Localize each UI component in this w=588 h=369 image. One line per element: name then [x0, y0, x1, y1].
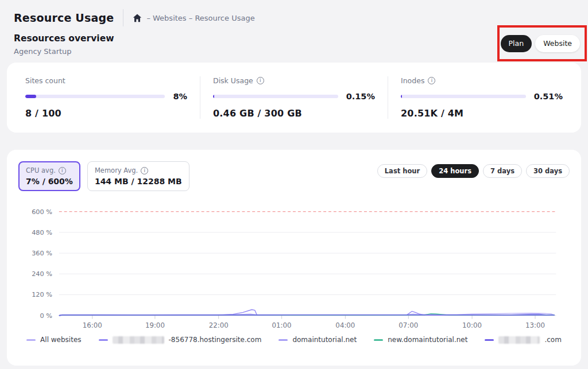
legend-color-dash — [99, 339, 108, 341]
header-divider — [123, 9, 123, 26]
legend-item[interactable]: new.domaintutorial.net — [374, 336, 467, 344]
legend-item[interactable]: domaintutorial.net — [278, 336, 357, 344]
usage-stats-card: Sites count 8% 8 / 100 Disk Usage i 0.15… — [7, 63, 581, 133]
stat-value: 20.51K / 4M — [401, 108, 563, 119]
range-7-days-button[interactable]: 7 days — [483, 164, 522, 178]
redacted-text-blur — [113, 336, 164, 344]
plan-name: Agency Startup — [14, 47, 114, 56]
stat-label-text: Inodes — [401, 76, 424, 85]
stat-value: 0.46 GB / 300 GB — [213, 108, 375, 119]
legend-label: new.domaintutorial.net — [388, 336, 467, 344]
chart-header: CPU avg. i 7% / 600% Memory Avg. i 144 M… — [18, 161, 570, 191]
overview-row: Resources overview Agency Startup — [14, 33, 574, 56]
svg-text:0 %: 0 % — [40, 312, 53, 320]
metric-label-text: CPU avg. — [26, 166, 56, 174]
overview-titles: Resources overview Agency Startup — [14, 33, 114, 56]
progress-row: 8% — [25, 92, 187, 101]
svg-text:480 %: 480 % — [32, 229, 52, 236]
progress-track — [213, 95, 338, 98]
stat-disk-usage: Disk Usage i 0.15% 0.46 GB / 300 GB — [200, 76, 388, 119]
svg-text:01:00: 01:00 — [272, 321, 292, 329]
cpu-usage-line-chart[interactable]: 0 %120 %240 %360 %480 %600 %16:0019:0022… — [18, 204, 570, 332]
legend-label: All websites — [40, 336, 81, 344]
progress-percent: 8% — [173, 92, 187, 101]
page-title: Resource Usage — [14, 11, 114, 24]
metric-label-text: Memory Avg. — [95, 166, 138, 174]
chart-legend: All websites-856778.hostingersite.comdom… — [18, 336, 570, 344]
info-icon[interactable]: i — [428, 77, 435, 84]
svg-text:240 %: 240 % — [32, 270, 52, 278]
stat-label-text: Disk Usage — [213, 76, 253, 85]
stat-value: 8 / 100 — [25, 108, 187, 119]
progress-percent: 0.15% — [346, 92, 375, 101]
section-title: Resources overview — [14, 33, 114, 44]
usage-chart-card: CPU avg. i 7% / 600% Memory Avg. i 144 M… — [7, 150, 581, 366]
legend-color-dash — [26, 339, 36, 341]
svg-text:120 %: 120 % — [32, 291, 52, 298]
scope-toggle: Plan Website — [501, 35, 580, 52]
progress-row: 0.15% — [213, 92, 375, 101]
progress-track — [401, 95, 526, 98]
svg-text:22:00: 22:00 — [209, 321, 229, 329]
resource-usage-page: Resource Usage – Websites – Resource Usa… — [0, 0, 588, 369]
range-30-days-button[interactable]: 30 days — [526, 164, 570, 178]
progress-fill — [401, 95, 402, 98]
stat-inodes: Inodes i 0.51% 20.51K / 4M — [388, 76, 575, 119]
legend-item[interactable]: All websites — [26, 336, 81, 344]
metric-label: CPU avg. i — [26, 166, 73, 174]
svg-text:19:00: 19:00 — [145, 321, 165, 329]
legend-label: -856778.hostingersite.com — [169, 336, 262, 344]
metric-tabs: CPU avg. i 7% / 600% Memory Avg. i 144 M… — [18, 161, 189, 191]
info-icon[interactable]: i — [257, 77, 264, 84]
stat-label: Sites count — [25, 76, 187, 85]
tab-memory-avg[interactable]: Memory Avg. i 144 MB / 12288 MB — [87, 161, 189, 191]
toggle-plan-button[interactable]: Plan — [501, 35, 532, 52]
legend-color-dash — [374, 339, 383, 341]
range-last-hour-button[interactable]: Last hour — [377, 164, 427, 178]
svg-text:13:00: 13:00 — [525, 321, 545, 329]
legend-color-dash — [485, 339, 494, 341]
red-highlight-annotation: Plan Website — [497, 25, 587, 61]
svg-text:10:00: 10:00 — [462, 321, 482, 329]
page-header: Resource Usage – Websites – Resource Usa… — [0, 0, 588, 56]
range-24-hours-button[interactable]: 24 hours — [431, 164, 479, 178]
svg-text:360 %: 360 % — [32, 250, 52, 257]
svg-text:16:00: 16:00 — [83, 321, 102, 329]
stat-sites-count: Sites count 8% 8 / 100 — [13, 76, 200, 119]
tab-cpu-avg[interactable]: CPU avg. i 7% / 600% — [18, 161, 80, 191]
legend-color-dash — [278, 339, 288, 341]
metric-value: 7% / 600% — [26, 177, 73, 186]
legend-item[interactable]: -856778.hostingersite.com — [99, 336, 262, 344]
progress-fill — [25, 95, 36, 98]
title-row: Resource Usage – Websites – Resource Usa… — [14, 8, 574, 28]
home-icon[interactable] — [133, 14, 142, 22]
metric-label: Memory Avg. i — [95, 166, 182, 174]
legend-label: domaintutorial.net — [292, 336, 357, 344]
progress-row: 0.51% — [401, 92, 563, 101]
legend-item[interactable]: .com — [485, 336, 561, 344]
svg-text:04:00: 04:00 — [335, 321, 355, 329]
info-icon[interactable]: i — [141, 167, 148, 174]
progress-fill — [213, 95, 214, 98]
metric-value: 144 MB / 12288 MB — [95, 177, 182, 186]
info-icon[interactable]: i — [59, 167, 66, 174]
svg-text:600 %: 600 % — [32, 208, 52, 216]
stat-label: Inodes i — [401, 76, 563, 85]
breadcrumb-text: – Websites – Resource Usage — [146, 14, 254, 22]
breadcrumb: – Websites – Resource Usage — [133, 14, 254, 22]
stat-label: Disk Usage i — [213, 76, 375, 85]
legend-label: .com — [544, 336, 561, 344]
redacted-text-blur — [498, 336, 540, 344]
stat-label-text: Sites count — [25, 76, 65, 85]
time-range-buttons: Last hour 24 hours 7 days 30 days — [377, 164, 570, 178]
progress-percent: 0.51% — [534, 92, 563, 101]
toggle-website-button[interactable]: Website — [535, 35, 580, 52]
chart-area: 0 %120 %240 %360 %480 %600 %16:0019:0022… — [18, 204, 570, 332]
svg-text:07:00: 07:00 — [399, 321, 418, 329]
progress-track — [25, 95, 165, 98]
